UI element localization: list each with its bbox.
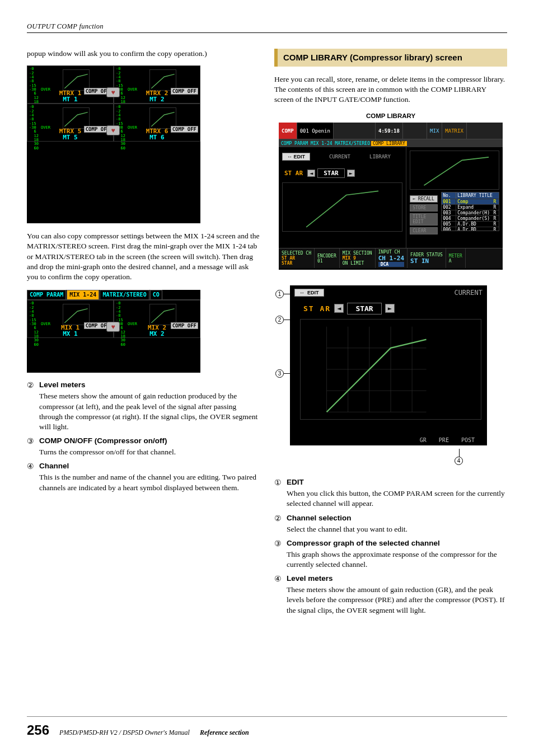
screen-tab[interactable]: CO: [150, 290, 162, 299]
callout-1: 1: [275, 290, 284, 298]
edit-button[interactable]: ↔ EDIT: [294, 289, 324, 297]
library-table[interactable]: No.LIBRARY TITLE 001CompR002ExpandR003Co…: [441, 192, 499, 231]
recall-button[interactable]: ← RECALL: [410, 195, 438, 203]
mini-graph-cell[interactable]: -0-2-4-8-15-30 OVER 6 12 18 30 60COMP OF…: [27, 300, 114, 338]
channel-name-small: ST AR: [282, 170, 305, 177]
current-label: CURRENT: [454, 289, 483, 297]
library-row[interactable]: 002ExpandR: [442, 204, 499, 210]
screen-tab[interactable]: COMP PARAM: [27, 290, 66, 299]
page-header: OUTPUT COMP function: [27, 22, 507, 33]
comp-graph-small: [282, 182, 402, 232]
item-heading: Level meters: [39, 381, 86, 390]
bank-screenshot-1: -0-2-4-8-15-30 OVER 6 12 18 30 60COMP OF…: [27, 65, 200, 223]
bank-screenshot-2: COMP PARAMMIX 1-24MATRIX/STEREOCO -0-2-4…: [27, 290, 200, 373]
library-row[interactable]: 003Compander(H)R: [442, 210, 499, 215]
ch-current-small: STAR: [317, 168, 345, 178]
item-number: ①: [274, 478, 283, 487]
mini-graph-cell[interactable]: -0-2-4-8-15-30 OVER 6 12 18 30 60COMP OF…: [114, 104, 200, 142]
pair-heart-icon: ♥: [106, 322, 120, 332]
item-number: ④: [27, 462, 36, 471]
library-row[interactable]: 006A.Dr.BDR: [442, 227, 499, 231]
meter-label-post: POST: [461, 437, 475, 443]
comp-library-detail: 1 2 3 4 ↔ EDIT CURRENT ST AR ◄ STAR ►: [290, 285, 503, 464]
item-body: This is the number and name of the chann…: [39, 472, 260, 492]
channel-name: ST AR: [303, 304, 331, 313]
scene-display: 001 Openin: [297, 123, 334, 139]
compressor-graph: [300, 319, 481, 420]
mini-graph-cell[interactable]: -0-2-4-8-15-30 OVER 6 12 18 30 60COMP OF…: [27, 65, 114, 104]
clear-button[interactable]: CLEAR: [410, 227, 438, 234]
ch-current: STAR: [347, 303, 381, 314]
ch-next-small[interactable]: ►: [347, 170, 355, 177]
item-body: Select the channel that you want to edit…: [287, 524, 507, 534]
ch-prev-small[interactable]: ◄: [307, 170, 315, 177]
right-intro: Here you can recall, store, rename, or d…: [274, 74, 507, 105]
callout-2: 2: [275, 316, 284, 324]
left-midpara: You can also copy compressor settings be…: [27, 231, 260, 282]
callout-3: 3: [275, 369, 284, 378]
tab-comp-library[interactable]: COMP LIBRARY: [371, 141, 407, 146]
left-intro: popup window will ask you to confirm the…: [27, 49, 260, 59]
callout-4: 4: [455, 457, 463, 465]
edit-button-small[interactable]: ↔ EDIT: [282, 153, 310, 161]
pair-heart-icon: ♥: [106, 87, 120, 97]
item-number: ③: [274, 539, 283, 548]
item-number: ③: [27, 436, 36, 446]
library-row[interactable]: 005A.Dr.BDR: [442, 221, 499, 227]
store-button[interactable]: STORE: [410, 204, 438, 212]
ch-prev[interactable]: ◄: [334, 304, 344, 313]
item-body: These meters show the amount of gain red…: [39, 391, 260, 432]
ch-next[interactable]: ►: [385, 304, 395, 313]
lib-preview-graph: [410, 151, 499, 190]
meter-label-gr: GR: [420, 437, 427, 443]
page-number: 256: [27, 722, 49, 738]
item-heading: Channel selection: [287, 514, 352, 523]
mini-graph-cell[interactable]: -0-2-4-8-15-30 OVER 6 12 18 30 60COMP OF…: [114, 65, 200, 104]
figure-label: COMP LIBRARY: [274, 112, 507, 119]
mini-graph-cell[interactable]: -0-2-4-8-15-30 OVER 6 12 18 30 60COMP OF…: [27, 104, 114, 142]
item-number: ④: [274, 574, 283, 584]
page-footer: 256 PM5D/PM5D-RH V2 / DSP5D Owner's Manu…: [27, 716, 507, 738]
item-number: ②: [274, 514, 283, 523]
title-edit-button[interactable]: TITLE EDIT: [410, 213, 438, 226]
screen-tab[interactable]: MATRIX/STEREO: [100, 290, 149, 299]
mode-badge: COMP: [279, 123, 297, 139]
meter-label-pre: PRE: [439, 437, 449, 443]
item-heading: Channel: [39, 462, 69, 471]
meter-mix: MIX: [427, 123, 442, 139]
time-display: 4:59:18: [376, 123, 403, 139]
screen-tab[interactable]: MIX 1-24: [67, 290, 99, 299]
comp-library-screenshot: COMP 001 Openin 4:59:18 MIX MATRIX COMP …: [279, 123, 503, 270]
item-heading: Compressor graph of the selected channel: [287, 539, 440, 548]
section-heading-comp-library: COMP LIBRARY (Compressor library) screen: [274, 49, 507, 67]
library-row[interactable]: 001CompR: [442, 199, 499, 204]
library-row[interactable]: 004Compander(S)R: [442, 215, 499, 221]
item-body: These meters show the amount of gain red…: [287, 585, 507, 616]
item-body: When you click this button, the COMP PAR…: [287, 489, 507, 509]
item-heading: COMP ON/OFF (Compressor on/off): [39, 436, 167, 446]
item-body: This graph shows the approximate respons…: [287, 550, 507, 570]
mini-graph-cell[interactable]: -0-2-4-8-15-30 OVER 6 12 18 30 60COMP OF…: [114, 300, 200, 338]
pair-heart-icon: ♥: [106, 125, 120, 135]
item-body: Turns the compressor on/off for that cha…: [39, 447, 260, 457]
item-heading: Level meters: [287, 574, 333, 584]
item-number: ②: [27, 381, 36, 390]
meter-matrix: MATRIX: [442, 123, 467, 139]
item-heading: EDIT: [287, 478, 304, 487]
